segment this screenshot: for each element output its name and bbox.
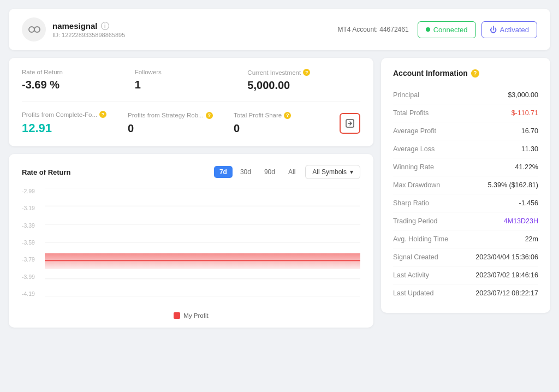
account-row-label: Winning Rate xyxy=(393,163,434,171)
activated-button[interactable]: ⏻ Activated xyxy=(481,21,537,38)
account-row-label: Trading Period xyxy=(393,217,438,225)
activated-label: Activated xyxy=(500,26,529,34)
account-row-value: 5.39% ($162.81) xyxy=(488,181,538,189)
account-row: Last Updated2023/07/12 08:22:17 xyxy=(393,284,538,302)
right-col: Account Information ? Principal$3,000.00… xyxy=(381,58,550,328)
signal-logo xyxy=(22,17,46,41)
header-left: namesignal i ID: 1222289335898865895 xyxy=(22,17,125,41)
legend-dot-my-profit xyxy=(174,312,180,319)
account-row-value: 11.30 xyxy=(521,145,538,153)
y-label-2: -3.19 xyxy=(22,205,43,211)
account-row: Average Loss11.30 xyxy=(393,140,538,158)
total-profit-share-label: Total Profit Share ? xyxy=(234,112,340,119)
connected-label: Connected xyxy=(433,26,468,34)
period-tab-30d[interactable]: 30d xyxy=(235,166,257,178)
profits-strategy-value: 0 xyxy=(128,122,234,135)
rate-of-return-value: -3.69 % xyxy=(22,79,135,91)
account-row-value: 16.70 xyxy=(521,127,538,135)
chart-area: -2.99 -3.19 -3.39 -3.59 -3.79 -3.99 -4.1… xyxy=(22,188,360,308)
y-label-7: -4.19 xyxy=(22,290,43,297)
header-card: namesignal i ID: 1222289335898865895 MT4… xyxy=(9,9,550,50)
current-investment-help-icon[interactable]: ? xyxy=(303,69,310,76)
left-col: Rate of Return -3.69 % Followers 1 Curre… xyxy=(9,58,373,328)
signal-info: namesignal i ID: 1222289335898865895 xyxy=(52,21,125,38)
signal-info-icon[interactable]: i xyxy=(101,22,109,30)
account-row: Max Drawdown5.39% ($162.81) xyxy=(393,176,538,194)
stat-followers: Followers 1 xyxy=(135,69,248,92)
account-row-value: 2023/07/02 19:46:16 xyxy=(475,271,538,279)
symbol-selector[interactable]: All Symbols ▾ xyxy=(305,165,360,179)
connected-button[interactable]: Connected xyxy=(418,21,476,38)
symbol-selector-label: All Symbols xyxy=(312,168,347,176)
followers-label: Followers xyxy=(135,69,248,75)
y-label-3: -3.39 xyxy=(22,222,43,229)
power-icon: ⏻ xyxy=(490,26,497,34)
account-row-value: -1.456 xyxy=(519,199,538,207)
legend-label-my-profit: My Profit xyxy=(183,312,208,319)
account-row-label: Avg. Holding Time xyxy=(393,235,448,243)
connected-dot xyxy=(426,27,430,32)
account-title: Account Information ? xyxy=(393,69,538,78)
chart-plot xyxy=(45,188,360,297)
period-tab-7d[interactable]: 7d xyxy=(214,166,233,178)
account-row: Signal Created2023/04/04 15:36:06 xyxy=(393,248,538,266)
stat-total-profit-share: Total Profit Share ? 0 xyxy=(234,112,340,135)
chart-legend: My Profit xyxy=(22,312,360,319)
chart-y-labels: -2.99 -3.19 -3.39 -3.59 -3.79 -3.99 -4.1… xyxy=(22,188,43,297)
account-row: Principal$3,000.00 xyxy=(393,86,538,104)
export-button[interactable] xyxy=(340,113,360,134)
total-profit-share-help-icon[interactable]: ? xyxy=(284,112,291,119)
stat-current-investment: Current Investment ? 5,000.00 xyxy=(247,69,360,92)
stat-profits-strategy: Profits from Strategy Rob... ? 0 xyxy=(128,112,234,135)
account-row: Average Profit16.70 xyxy=(393,122,538,140)
stats-card: Rate of Return -3.69 % Followers 1 Curre… xyxy=(9,58,373,146)
account-row-label: Signal Created xyxy=(393,253,438,261)
svg-rect-10 xyxy=(45,253,360,269)
y-label-4: -3.59 xyxy=(22,239,43,246)
signal-name-row: namesignal i xyxy=(52,21,125,31)
y-label-1: -2.99 xyxy=(22,188,43,194)
account-row-value: 41.22% xyxy=(515,163,538,171)
account-rows: Principal$3,000.00Total Profits$-110.71A… xyxy=(393,86,538,302)
signal-name: namesignal xyxy=(52,21,98,31)
stat-profits-complete: Profits from Complete-Fo... ? 12.91 xyxy=(22,111,128,135)
account-info-help-icon[interactable]: ? xyxy=(471,69,479,78)
current-investment-label: Current Investment ? xyxy=(247,69,360,76)
account-row: Sharp Ratio-1.456 xyxy=(393,194,538,212)
svg-point-1 xyxy=(34,27,40,32)
profits-strategy-help-icon[interactable]: ? xyxy=(206,112,213,119)
account-row-label: Total Profits xyxy=(393,109,429,117)
chart-card: Rate of Return 7d 30d 90d All All Symbol… xyxy=(9,154,373,328)
account-row-label: Average Loss xyxy=(393,145,435,153)
account-row-value: 2023/07/12 08:22:17 xyxy=(475,289,538,297)
account-row: Avg. Holding Time22m xyxy=(393,230,538,248)
period-tab-90d[interactable]: 90d xyxy=(259,166,281,178)
account-row-value: 2023/04/04 15:36:06 xyxy=(475,253,538,261)
account-row-value: 4M13D23H xyxy=(504,217,538,225)
account-row-label: Sharp Ratio xyxy=(393,199,429,207)
account-row-label: Principal xyxy=(393,91,419,99)
account-row-value: $-110.71 xyxy=(512,109,538,117)
rate-of-return-label: Rate of Return xyxy=(22,69,135,75)
followers-value: 1 xyxy=(135,79,248,91)
account-row-label: Max Drawdown xyxy=(393,181,440,189)
page-wrapper: namesignal i ID: 1222289335898865895 MT4… xyxy=(9,9,550,328)
main-layout: Rate of Return -3.69 % Followers 1 Curre… xyxy=(9,58,550,328)
profits-strategy-label: Profits from Strategy Rob... ? xyxy=(128,112,234,119)
account-row: Winning Rate41.22% xyxy=(393,158,538,176)
period-tab-all[interactable]: All xyxy=(283,166,301,178)
account-row: Last Activity2023/07/02 19:46:16 xyxy=(393,266,538,284)
profits-complete-label: Profits from Complete-Fo... ? xyxy=(22,111,128,118)
y-label-6: -3.99 xyxy=(22,274,43,280)
profits-complete-help-icon[interactable]: ? xyxy=(99,111,106,118)
current-investment-value: 5,000.00 xyxy=(247,79,360,92)
chart-controls: 7d 30d 90d All All Symbols ▾ xyxy=(214,165,360,179)
account-card: Account Information ? Principal$3,000.00… xyxy=(381,58,550,313)
chevron-down-icon: ▾ xyxy=(350,168,353,176)
mt4-account-label: MT4 Account: 44672461 xyxy=(338,26,409,33)
account-row: Trading Period4M13D23H xyxy=(393,212,538,230)
account-row-value: 22m xyxy=(525,235,538,243)
account-row: Total Profits$-110.71 xyxy=(393,104,538,122)
account-row-label: Last Activity xyxy=(393,271,429,279)
chart-header: Rate of Return 7d 30d 90d All All Symbol… xyxy=(22,165,360,179)
